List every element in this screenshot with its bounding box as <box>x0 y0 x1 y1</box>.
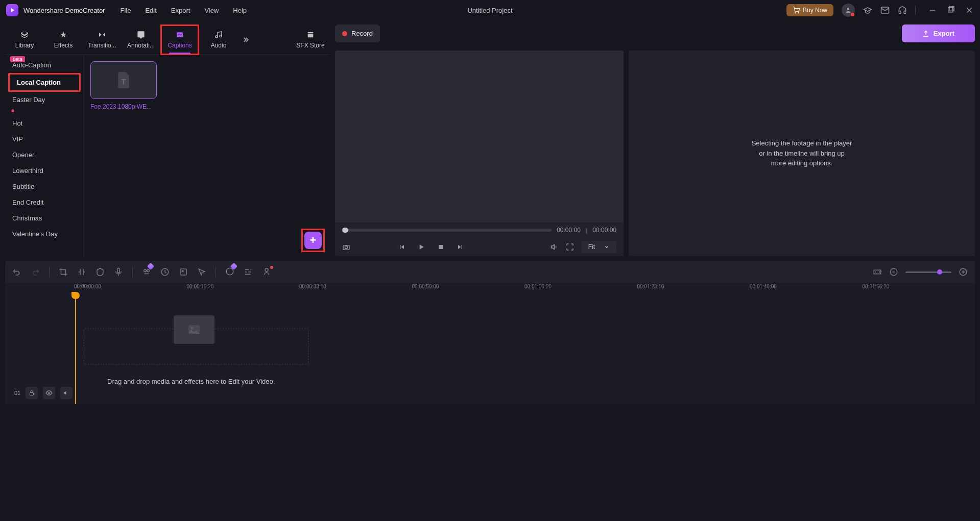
tab-audio[interactable]: Audio <box>199 24 238 55</box>
playhead[interactable] <box>75 297 76 404</box>
svg-point-22 <box>182 270 183 272</box>
mic-icon[interactable] <box>114 267 123 277</box>
user-avatar[interactable] <box>842 4 855 17</box>
titlebar: Wondershare DemoCreator File Edit Export… <box>0 0 980 20</box>
academy-icon[interactable] <box>863 6 872 15</box>
camera-icon[interactable] <box>342 243 350 251</box>
captions-icon: CC <box>175 31 184 39</box>
zoom-in-icon[interactable] <box>959 267 968 277</box>
zoom-slider[interactable] <box>905 271 951 273</box>
tab-effects[interactable]: Effects <box>44 24 83 55</box>
zoom-handle[interactable] <box>937 269 942 275</box>
drop-zone[interactable] <box>84 329 308 364</box>
redo-icon[interactable] <box>31 267 40 277</box>
tab-library[interactable]: Library <box>5 24 44 55</box>
lane-number: 01 <box>14 390 20 396</box>
split-icon[interactable] <box>77 267 86 277</box>
menu-help[interactable]: Help <box>233 7 247 14</box>
svg-point-1 <box>798 13 799 13</box>
video-canvas[interactable] <box>335 51 624 222</box>
sidebar-item-lowerthird[interactable]: Lowerthird <box>5 163 84 179</box>
sidebar-item-opener[interactable]: Opener <box>5 147 84 163</box>
adjust-icon[interactable] <box>244 267 253 277</box>
speaker-icon <box>63 390 69 396</box>
cursor-icon[interactable] <box>197 267 206 277</box>
app-logo <box>6 4 18 16</box>
undo-icon[interactable] <box>12 267 21 277</box>
timeline: 00:00:00:00 00:00:16:20 00:00:33:10 00:0… <box>5 261 975 404</box>
maximize-icon[interactable] <box>946 6 955 15</box>
lane-lock-button[interactable] <box>26 387 38 399</box>
crop-icon[interactable] <box>59 267 68 277</box>
lane-mute-button[interactable] <box>60 387 73 399</box>
sidebar-item-valentines[interactable]: Valentine's Day <box>5 226 84 242</box>
zoom-fit-select[interactable]: Fit <box>581 241 616 253</box>
record-button[interactable]: Record <box>335 24 380 42</box>
scrub-handle[interactable] <box>342 228 348 233</box>
lane-visibility-button[interactable] <box>43 387 55 399</box>
separator <box>915 6 916 15</box>
svg-point-11 <box>216 36 218 38</box>
svg-rect-30 <box>30 393 34 395</box>
record-dot-icon <box>342 31 347 36</box>
menu-view[interactable]: View <box>204 7 219 14</box>
tab-captions[interactable]: CC Captions <box>160 24 199 55</box>
caption-grid: T Foe.2023.1080p.WE... + <box>84 55 330 256</box>
buy-now-button[interactable]: Buy Now <box>786 4 833 16</box>
timeline-ruler[interactable]: 00:00:00:00 00:00:16:20 00:00:33:10 00:0… <box>5 283 975 297</box>
svg-point-18 <box>144 269 147 272</box>
play-icon[interactable] <box>417 243 425 251</box>
svg-point-19 <box>147 269 150 272</box>
svg-point-12 <box>220 35 222 37</box>
scrub-track[interactable] <box>342 229 552 232</box>
caption-item-name: Foe.2023.1080p.WE... <box>90 103 157 110</box>
sidebar-item-subtitle[interactable]: Subtitle <box>5 179 84 194</box>
chevron-down-icon <box>604 244 609 250</box>
menu-export[interactable]: Export <box>171 7 190 14</box>
marker-icon[interactable] <box>95 267 105 277</box>
notification-dot-icon <box>270 266 273 269</box>
freeze-frame-icon[interactable] <box>179 267 188 277</box>
drop-hint: Drag and drop media and effects here to … <box>107 378 275 385</box>
time-total: 00:00:00 <box>592 227 616 234</box>
tab-more[interactable] <box>238 36 253 44</box>
prev-frame-icon[interactable] <box>398 243 406 251</box>
add-caption-button[interactable]: + <box>304 232 322 249</box>
tab-annotations[interactable]: Annotati... <box>122 24 160 55</box>
zoom-out-icon[interactable] <box>889 267 898 277</box>
sidebar-item-christmas[interactable]: Christmas <box>5 210 84 226</box>
volume-icon[interactable] <box>551 243 559 251</box>
menu-file[interactable]: File <box>120 7 131 14</box>
sidebar-item-hot[interactable]: Hot <box>5 115 84 131</box>
headset-icon[interactable] <box>898 6 907 15</box>
sidebar-item-easter-day[interactable]: Easter Day <box>5 92 84 108</box>
cart-icon <box>793 7 800 14</box>
tab-transitions[interactable]: Transitio... <box>83 24 122 55</box>
sidebar-item-local-caption[interactable]: Local Caption <box>10 75 79 90</box>
svg-point-31 <box>49 392 51 394</box>
stop-icon[interactable] <box>437 243 445 251</box>
next-frame-icon[interactable] <box>456 243 464 251</box>
svg-point-2 <box>847 8 850 10</box>
fit-width-icon[interactable] <box>873 267 882 277</box>
video-preview: 00:00:00 | 00:00:00 <box>335 51 624 256</box>
sidebar-item-end-credit[interactable]: End Credit <box>5 194 84 210</box>
timeline-tracks[interactable]: Drag and drop media and effects here to … <box>5 297 975 404</box>
svg-rect-6 <box>949 7 954 11</box>
close-icon[interactable] <box>965 6 974 15</box>
user-icon <box>845 7 852 14</box>
mail-icon[interactable] <box>880 6 890 15</box>
fullscreen-icon[interactable] <box>566 243 574 251</box>
svg-rect-17 <box>117 268 120 273</box>
effects-icon <box>59 31 68 39</box>
export-button[interactable]: Export <box>902 24 975 42</box>
chevron-right-double-icon <box>242 36 250 44</box>
caption-item[interactable]: T <box>90 61 157 99</box>
minimize-icon[interactable] <box>928 6 937 15</box>
tab-sfx-store[interactable]: SFX Store <box>291 24 330 55</box>
menu-edit[interactable]: Edit <box>145 7 156 14</box>
library-icon <box>20 31 29 39</box>
speed-icon[interactable] <box>160 267 170 277</box>
svg-point-0 <box>795 13 796 13</box>
sidebar-item-vip[interactable]: VIP <box>5 131 84 147</box>
